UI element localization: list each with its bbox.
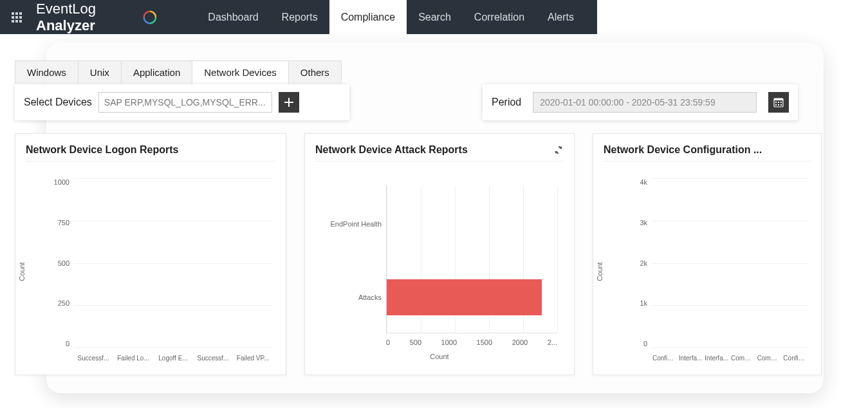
tab-others[interactable]: Others: [289, 60, 342, 84]
chart-attack: EndPoint HealthAttacks 05001000150020002…: [315, 167, 564, 368]
x-tick-label: Config...: [651, 355, 678, 362]
x-tick-label: Failed VP...: [233, 355, 273, 362]
svg-rect-7: [780, 104, 782, 106]
x-tick-label: Successf...: [73, 355, 113, 362]
x-tick-label: 1500: [477, 338, 492, 346]
svg-rect-4: [780, 102, 782, 103]
topbar: EventLog Analyzer DashboardReportsCompli…: [0, 0, 597, 34]
y-axis-label: Count: [18, 262, 26, 281]
select-devices-input[interactable]: SAP ERP,MYSQL_LOG,MYSQL_ERR...: [98, 92, 272, 113]
apps-grid-icon[interactable]: [12, 12, 22, 23]
nav-item-compliance[interactable]: Compliance: [329, 0, 407, 34]
chart-config: Count 4k3k2k1k0 Config...Interfa...Inter…: [604, 167, 811, 368]
widget-title: Network Device Attack Reports: [315, 144, 468, 156]
x-tick-label: Interfa...: [703, 355, 730, 362]
x-tick-label: Failed Lo...: [113, 355, 153, 362]
period-label: Period: [492, 97, 521, 108]
period-panel: Period 2020-01-01 00:00:00 - 2020-05-31 …: [483, 84, 798, 120]
nav-item-dashboard[interactable]: Dashboard: [196, 0, 270, 34]
x-tick-label: 500: [410, 338, 421, 346]
svg-rect-2: [775, 102, 777, 103]
tab-windows[interactable]: Windows: [15, 60, 78, 84]
add-device-button[interactable]: [279, 92, 299, 113]
y-tick-label: Attacks: [316, 293, 382, 301]
x-tick-label: Comm...: [756, 355, 782, 362]
x-axis-label: Count: [315, 353, 564, 360]
svg-rect-6: [778, 104, 779, 106]
bar[interactable]: [387, 279, 542, 315]
nav-item-alerts[interactable]: Alerts: [536, 0, 586, 34]
widget-title: Network Device Logon Reports: [26, 144, 178, 156]
x-tick-label: 0: [386, 338, 390, 346]
svg-rect-1: [774, 98, 783, 100]
y-tick-label: EndPoint Health: [316, 220, 382, 228]
calendar-button[interactable]: [768, 92, 789, 113]
x-tick-label: 2...: [548, 338, 557, 346]
tab-application[interactable]: Application: [122, 60, 192, 84]
nav-item-search[interactable]: Search: [407, 0, 463, 34]
widget-config-reports: Network Device Configuration ... Count 4…: [593, 133, 822, 375]
brand-logo: EventLog Analyzer: [36, 1, 156, 34]
refresh-icon[interactable]: [553, 145, 564, 155]
nav-item-reports[interactable]: Reports: [270, 0, 329, 34]
svg-rect-5: [775, 104, 777, 106]
widget-attack-reports: Network Device Attack Reports EndPoint H…: [304, 133, 575, 375]
select-devices-label: Select Devices: [24, 97, 92, 108]
chart-logon: Count 10007505002500 Successf...Failed L…: [26, 167, 275, 368]
period-input[interactable]: 2020-01-01 00:00:00 - 2020-05-31 23:59:5…: [533, 92, 757, 113]
x-tick-label: Config...: [782, 355, 808, 362]
tab-network-devices[interactable]: Network Devices: [192, 60, 289, 84]
svg-rect-3: [778, 102, 779, 103]
calendar-icon: [773, 97, 784, 107]
main-nav: DashboardReportsComplianceSearchCorrelat…: [196, 0, 586, 34]
x-tick-label: 2000: [512, 338, 528, 346]
select-devices-panel: Select Devices SAP ERP,MYSQL_LOG,MYSQL_E…: [15, 84, 349, 120]
plus-icon: [284, 98, 293, 107]
nav-item-correlation[interactable]: Correlation: [463, 0, 536, 34]
y-axis-label: Count: [596, 262, 604, 281]
tab-unix[interactable]: Unix: [78, 60, 122, 84]
x-tick-label: Successf...: [193, 355, 233, 362]
brand-text: EventLog Analyzer: [36, 1, 139, 34]
widget-logon-reports: Network Device Logon Reports Count 10007…: [15, 133, 286, 375]
x-tick-label: Logoff E...: [153, 355, 193, 362]
x-tick-label: Interfa...: [678, 355, 704, 362]
widgets-row: Network Device Logon Reports Count 10007…: [15, 133, 822, 375]
x-tick-label: 1000: [441, 338, 457, 346]
brand-swirl-icon: [143, 9, 157, 26]
x-tick-label: Comm...: [730, 355, 756, 362]
sub-tabs: WindowsUnixApplicationNetwork DevicesOth…: [15, 60, 342, 84]
widget-title: Network Device Configuration ...: [604, 144, 762, 156]
